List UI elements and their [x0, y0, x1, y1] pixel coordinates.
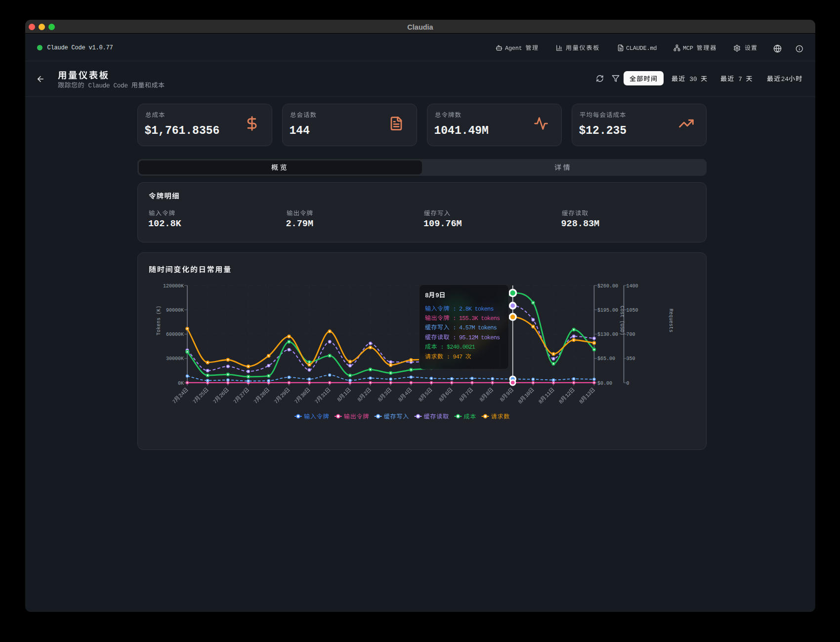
- svg-text:1400: 1400: [626, 283, 638, 288]
- svg-text:$260.00: $260.00: [597, 283, 618, 288]
- svg-text:700: 700: [626, 332, 635, 337]
- svg-text:120000K: 120000K: [163, 283, 183, 288]
- svg-text:Cost (USD): Cost (USD): [619, 305, 624, 335]
- svg-text:60000K: 60000K: [166, 332, 183, 337]
- svg-text:90000K: 90000K: [166, 307, 183, 313]
- svg-text:1050: 1050: [626, 307, 638, 313]
- svg-text:$130.00: $130.00: [597, 332, 618, 337]
- svg-text:0: 0: [626, 380, 629, 386]
- svg-text:30000K: 30000K: [166, 356, 183, 361]
- svg-text:$195.00: $195.00: [597, 307, 618, 313]
- svg-text:350: 350: [626, 356, 635, 361]
- svg-text:$65.00: $65.00: [597, 356, 615, 361]
- svg-text:Requests: Requests: [668, 308, 673, 332]
- svg-text:0K: 0K: [177, 380, 183, 386]
- svg-text:$0.00: $0.00: [597, 380, 612, 386]
- svg-text:Tokens (K): Tokens (K): [156, 305, 161, 335]
